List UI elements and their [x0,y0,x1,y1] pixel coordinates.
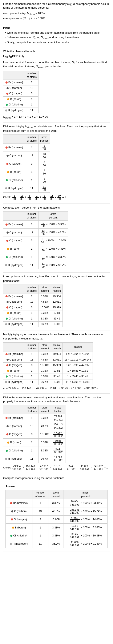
mf-cl-atoms: 1 [25,446,38,455]
ans-cl-atoms: 1 [32,532,48,540]
mf-br-frac: 79.904341.392 [51,414,65,422]
check-mass: Check: 79.904341.392 + 156.143341.392 + … [3,465,110,471]
mc-h-calc: 11 × 1.008 = 11.088 [63,379,93,385]
table-row: O (oxygen) 3 10.00% 47.997341.392 × 100%… [6,516,108,524]
am-br-mass: 79.904 [51,294,63,299]
table-row: H (hydrogen) 11 36.7% 11.088341.392 × 10… [6,540,108,548]
mc-o-atoms: 3 [25,362,38,368]
plan-header: Plan: [3,26,110,30]
answer-table: numberof atoms atompercent masspercent B… [6,490,108,548]
table-row: H (hydrogen) 11 1130 [3,184,50,192]
mc-br-calc: 1 × 79.904 = 79.904 [63,352,93,357]
mc-c-pct: 43.3% [38,357,51,362]
table-row: C (carbon) 13 43.3% 156.143341.392 [3,422,66,430]
mc-b-pct: 3.33% [38,368,51,374]
ans-o-atoms: 3 [32,516,48,524]
b-dot [7,248,9,250]
am-cl-atoms: 1 [25,316,38,322]
ap-c-pct: 1330 × 100% = 43.3% [38,228,68,237]
element-cl: Cl (chlorine) [3,102,25,108]
mf-c: C (carbon) [3,422,25,430]
mc-col-atoms: numberof atoms [25,342,38,352]
mc-br-mass: 79.904 [51,352,63,357]
am-b-atoms: 1 [25,310,38,316]
multiply-section: Multiply Ni by mi to compute the mass fo… [3,332,110,390]
ans-br-atoms: 1 [32,499,48,508]
table-row: B (boron) 1 3.33% 10.81 [3,310,63,316]
ap-h-pct: 1130 × 100% = 36.7% [38,261,68,270]
mc-o-pct: 10.00% [38,362,51,368]
b-dot [7,98,9,100]
c-dot [6,425,9,427]
mc-o-calc: 3 × 15.999 = 47.997 [63,362,93,368]
table-row: C (carbon) 13 43.3% 12.011 13 × 12.011 =… [3,357,93,362]
mc-cl: Cl (chlorine) [3,374,25,380]
mc-cl-calc: 1 × 35.45 = 35.45 [63,374,93,380]
af-h-frac: 1130 [38,184,50,192]
mc-h: H (hydrogen) [3,379,25,385]
divider-5 [3,272,110,272]
write-formula-label: Write the chemical formula: [3,50,110,53]
table-row: H (hydrogen) 11 [3,108,38,113]
af-cl-frac: 130 [38,176,50,184]
table-row: C (carbon) 13 [3,85,38,91]
am-h-pct: 36.7% [38,322,51,327]
o-dot [11,518,13,520]
h-dot [5,381,7,383]
ap-br: Br (bromine) [3,220,25,228]
table-row: Br (bromine) 1 130 × 100% = 3.33% [3,220,68,228]
table-row: H (hydrogen) 11 1130 × 100% = 36.7% [3,261,68,270]
table-row: O (oxygen) 3 [3,91,38,96]
mf-h-frac: 11.088341.392 [51,455,65,463]
mf-col-frac: massfraction [51,405,65,414]
ans-cl-pct: 3.33% [48,532,64,540]
am-col-mass: atomicmass/u [51,285,63,294]
mass-percent-formula: mass percent = (Ni mi) / m × 100% [3,16,110,21]
mass-calc-table: numberof atoms atompercent atomicmass/u … [3,342,93,385]
cl-dot [6,179,8,181]
h-dot [5,110,7,112]
table-row: H (hydrogen) 11 36.7% 1.008 11 × 1.008 =… [3,379,93,385]
multiply-text: Multiply Ni by mi to compute the mass fo… [3,332,110,341]
h-dot [5,264,7,266]
plan-section: Plan: • Write the chemical formula and g… [3,26,110,44]
am-col-element [3,285,25,294]
o-atoms: 3 [25,91,38,96]
atom-fraction-section: Divide each Ni by Natoms to calculate at… [3,124,110,200]
af-b-atoms: 1 [25,168,38,176]
mf-o-pct: 10.00% [38,430,51,438]
ap-o-pct: 330 × 100% = 10.00% [38,237,68,245]
table-row: B (boron) 1 3.33% 10.81 1 × 10.81 = 10.8… [3,368,93,374]
table-row: Br (bromine) 1 3.33% 79.904 1 × 79.904 =… [3,352,93,357]
am-h: H (hydrogen) [3,322,25,327]
look-up-text: Look up the atomic mass, mi, in unified … [3,275,110,283]
ans-o-pct: 10.00% [48,516,64,524]
table-row: Cl (chlorine) 1 3.33% 35.45341.392 × 100… [6,532,108,540]
mc-cl-pct: 3.33% [38,374,51,380]
table-row: C (carbon) 13 1330 × 100% = 43.3% [3,228,68,237]
mc-c-atoms: 13 [25,357,38,362]
table-row: O (oxygen) 3 330 × 100% = 10.00% [3,237,68,245]
atom-percent-section: Compute atom percent from the atom fract… [3,206,110,270]
af-br-frac: 130 [38,144,50,152]
lookup-section: Look up the atomic mass, mi, in unified … [3,275,110,327]
br-dot [6,417,8,419]
b-dot [7,442,9,444]
ap-cl: Cl (chlorine) [3,253,25,261]
mf-c-frac: 156.143341.392 [51,422,65,430]
ans-cl: Cl (chlorine) [6,532,32,540]
table-row: Cl (chlorine) 1 3.33% 35.45 [3,316,63,322]
mc-cl-atoms: 1 [25,374,38,380]
af-cl-atoms: 1 [25,176,38,184]
chemical-formula: C13H11BBrClO2 [3,54,110,59]
ans-col-pct: atompercent [48,490,64,499]
ans-c-pct: 43.3% [48,507,64,516]
ap-o: O (oxygen) [3,237,25,245]
mf-cl-frac: 35.45341.392 [51,446,65,455]
mass-fraction-section: Divide the mass for each element by m to… [3,396,110,471]
mc-cl-mass: 35.45 [51,374,63,380]
ap-br-atoms: 1 [25,220,38,228]
o-dot [6,163,8,165]
table-row: C (carbon) 13 43.3% 156.143341.392 × 100… [6,507,108,516]
table-row: Cl (chlorine) 1 130 [3,176,50,184]
